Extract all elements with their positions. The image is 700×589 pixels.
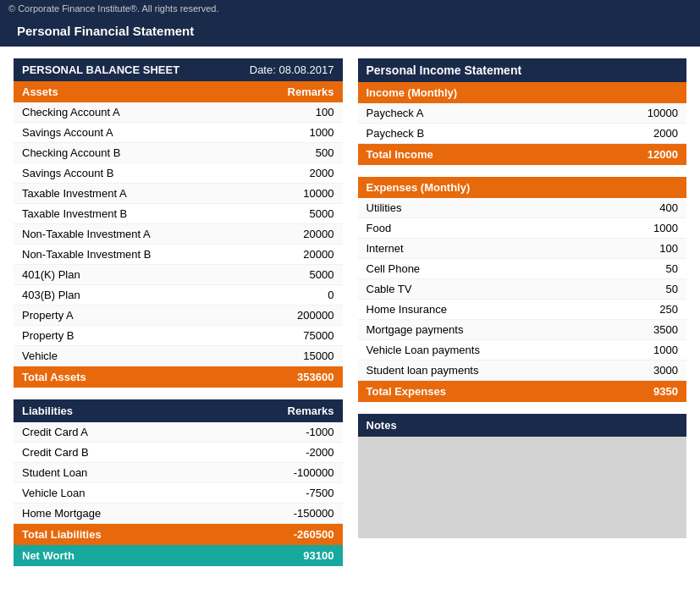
liability-value: -1000: [267, 426, 334, 438]
income-statement-title: Personal Income Statement: [367, 63, 522, 77]
income-row: Paycheck B2000: [358, 124, 687, 144]
expense-name: Cell Phone: [367, 262, 421, 275]
asset-name: Savings Account A: [22, 126, 113, 139]
expense-row: Cell Phone50: [358, 259, 687, 279]
income-name: Paycheck B: [367, 127, 425, 140]
liability-name: Student Loan: [22, 466, 87, 479]
balance-sheet-date: Date: 08.08.2017: [250, 63, 334, 76]
asset-value: 0: [267, 289, 334, 301]
asset-value: 2000: [267, 167, 334, 179]
net-worth-row: Net Worth 93100: [14, 545, 343, 566]
income-value: 10000: [610, 107, 678, 119]
assets-remarks-label: Remarks: [288, 85, 334, 98]
asset-value: 5000: [267, 268, 334, 281]
expense-row: Cable TV50: [358, 279, 687, 300]
total-expenses-label: Total Expenses: [367, 385, 446, 398]
asset-value: 200000: [267, 309, 334, 322]
expense-name: Cable TV: [367, 283, 412, 295]
right-panel: Personal Income Statement Income (Monthl…: [358, 58, 687, 566]
net-worth-label: Net Worth: [22, 549, 74, 562]
asset-row: Savings Account B2000: [14, 163, 343, 184]
notes-header: Notes: [358, 414, 687, 437]
asset-value: 15000: [267, 350, 334, 362]
asset-row: Non-Taxable Investment B20000: [14, 245, 343, 265]
asset-value: 75000: [267, 329, 334, 342]
liability-row: Credit Card A-1000: [14, 422, 343, 443]
income-list: Paycheck A10000Paycheck B2000: [358, 103, 687, 144]
page-title: Personal Financial Statement: [17, 24, 194, 38]
asset-row: Non-Taxable Investment A20000: [14, 224, 343, 245]
asset-name: 401(K) Plan: [22, 268, 80, 281]
asset-row: Vehicle15000: [14, 346, 343, 366]
total-expenses-value: 9350: [653, 385, 678, 398]
expense-row: Vehicle Loan payments1000: [358, 340, 687, 361]
income-statement-header: Personal Income Statement: [358, 58, 687, 82]
expense-row: Food1000: [358, 218, 687, 239]
assets-row-header: Assets Remarks: [14, 81, 343, 102]
total-income-label: Total Income: [367, 148, 433, 161]
income-value: 2000: [610, 127, 678, 140]
asset-row: Property B75000: [14, 326, 343, 346]
liabilities-remarks-label: Remarks: [288, 405, 334, 417]
expense-name: Utilities: [367, 201, 402, 214]
liability-name: Home Mortgage: [22, 507, 101, 520]
expense-row: Mortgage payments3500: [358, 320, 687, 340]
expense-name: Home Insurance: [367, 303, 447, 316]
expense-value: 3500: [610, 323, 678, 336]
asset-row: Checking Account B500: [14, 143, 343, 163]
liability-name: Credit Card A: [22, 426, 88, 438]
asset-row: Savings Account A1000: [14, 123, 343, 143]
asset-name: Taxable Investment B: [22, 207, 127, 220]
liability-value: -2000: [267, 446, 334, 459]
income-row-header: Income (Monthly): [358, 82, 687, 103]
notes-label: Notes: [367, 419, 397, 432]
liability-row: Home Mortgage-150000: [14, 504, 343, 524]
expense-value: 1000: [610, 222, 678, 234]
asset-name: Taxable Investment A: [22, 187, 127, 200]
copyright-text: © Corporate Finance Institute®. All righ…: [8, 3, 219, 14]
top-bar: © Corporate Finance Institute®. All righ…: [0, 0, 700, 17]
expense-value: 50: [610, 283, 678, 295]
asset-row: 401(K) Plan5000: [14, 265, 343, 285]
asset-name: Savings Account B: [22, 167, 113, 179]
expense-name: Mortgage payments: [367, 323, 464, 336]
expense-value: 250: [610, 303, 678, 316]
total-assets-value: 353600: [297, 371, 333, 383]
expense-name: Internet: [367, 242, 404, 255]
asset-value: 100: [267, 106, 334, 118]
total-liabilities-row: Total Liabilities -260500: [14, 524, 343, 545]
balance-sheet-header: PERSONAL BALANCE SHEET Date: 08.08.2017: [14, 58, 343, 81]
total-assets-row: Total Assets 353600: [14, 366, 343, 388]
asset-name: Non-Taxable Investment A: [22, 228, 151, 240]
asset-name: Property A: [22, 309, 74, 322]
liabilities-list: Credit Card A-1000Credit Card B-2000Stud…: [14, 422, 343, 524]
expense-name: Student loan payments: [367, 364, 479, 377]
asset-name: Checking Account B: [22, 146, 120, 159]
asset-value: 1000: [267, 126, 334, 139]
notes-box[interactable]: [358, 437, 687, 538]
asset-value: 5000: [267, 207, 334, 220]
asset-name: Checking Account A: [22, 106, 120, 118]
title-bar: Personal Financial Statement: [0, 17, 700, 47]
asset-value: 20000: [267, 228, 334, 240]
liability-value: -7500: [267, 487, 334, 499]
net-worth-value: 93100: [303, 549, 333, 562]
asset-row: Property A200000: [14, 306, 343, 326]
main-content: PERSONAL BALANCE SHEET Date: 08.08.2017 …: [0, 47, 700, 578]
expense-name: Vehicle Loan payments: [367, 344, 480, 356]
expense-row: Internet100: [358, 239, 687, 259]
asset-row: Taxable Investment A10000: [14, 184, 343, 204]
liability-row: Credit Card B-2000: [14, 443, 343, 463]
expense-row: Home Insurance250: [358, 300, 687, 320]
asset-name: Vehicle: [22, 350, 58, 362]
asset-name: Non-Taxable Investment B: [22, 248, 151, 261]
income-name: Paycheck A: [367, 107, 424, 119]
income-monthly-label: Income (Monthly): [367, 86, 458, 99]
assets-label: Assets: [22, 85, 58, 98]
asset-value: 10000: [267, 187, 334, 200]
total-income-row: Total Income 12000: [358, 144, 687, 165]
expense-value: 100: [610, 242, 678, 255]
expense-value: 1000: [610, 344, 678, 356]
asset-row: 403(B) Plan0: [14, 285, 343, 306]
expense-name: Food: [367, 222, 392, 234]
